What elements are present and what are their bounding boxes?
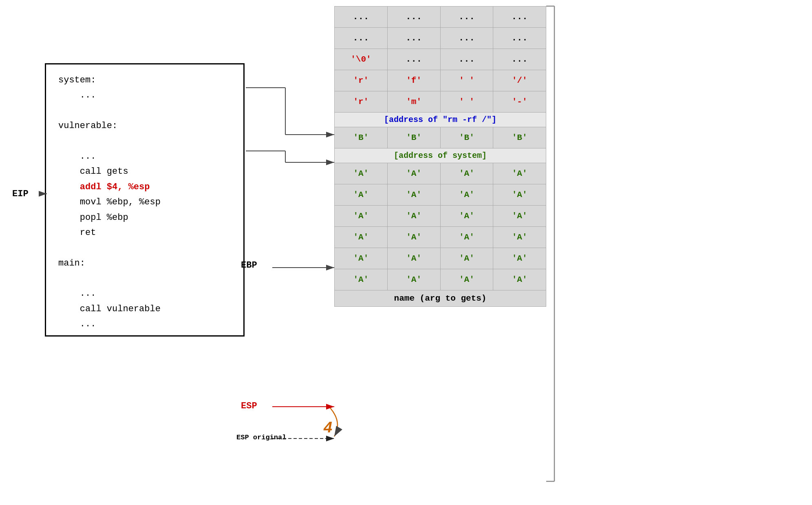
code-line-call-gets: call gets — [58, 164, 231, 179]
esp-original-label: ESP original — [236, 434, 286, 441]
stack-cell: 'A' — [335, 227, 388, 248]
stack-cell: ... — [335, 28, 388, 49]
table-row: 'A' 'A' 'A' 'A' — [335, 269, 546, 290]
code-line-addl: addl $4, %esp — [58, 179, 231, 195]
table-row: 'A' 'A' 'A' 'A' — [335, 184, 546, 206]
esp-4-label: 4 — [323, 419, 333, 437]
table-row: 'A' 'A' 'A' 'A' — [335, 227, 546, 248]
stack-cell: ... — [387, 7, 440, 28]
table-row: ... ... ... ... — [335, 7, 546, 28]
stack-cell: 'A' — [493, 206, 546, 227]
stack-cell: 'A' — [335, 248, 388, 269]
table-row: 'A' 'A' 'A' 'A' — [335, 248, 546, 269]
stack-table: ... ... ... ... ... ... ... ... '\0' ...… — [334, 6, 546, 307]
code-line-dots3: ... — [58, 286, 231, 301]
stack-cell: 'A' — [493, 227, 546, 248]
eip-label: EIP — [12, 189, 29, 199]
stack-cell: 'r' — [335, 91, 388, 113]
stack-container: ... ... ... ... ... ... ... ... '\0' ...… — [334, 6, 546, 307]
stack-cell: ... — [440, 28, 493, 49]
address-system-label: [address of system] — [335, 148, 546, 163]
stack-cell: 'A' — [387, 227, 440, 248]
code-line-call-vulnerable: call vulnerable — [58, 301, 231, 317]
code-line-system: system: — [58, 73, 231, 88]
stack-cell: ' ' — [440, 70, 493, 91]
table-row: ... ... ... ... — [335, 28, 546, 49]
code-line-movl: movl %ebp, %esp — [58, 195, 231, 210]
table-row: 'A' 'A' 'A' 'A' — [335, 163, 546, 184]
stack-cell: 'A' — [440, 227, 493, 248]
stack-cell: 'B' — [440, 127, 493, 148]
stack-cell: 'A' — [440, 206, 493, 227]
stack-cell: 'A' — [440, 163, 493, 184]
esp-label: ESP — [241, 401, 257, 411]
stack-cell: 'A' — [387, 184, 440, 206]
stack-cell: ... — [493, 28, 546, 49]
table-row: 'A' 'A' 'A' 'A' — [335, 206, 546, 227]
name-label: name (arg to gets) — [335, 290, 546, 307]
code-line-dots2: ... — [58, 149, 231, 164]
code-line-popl: popl %ebp — [58, 210, 231, 225]
stack-cell: 'A' — [387, 269, 440, 290]
stack-cell: 'r' — [335, 70, 388, 91]
stack-cell: 'A' — [387, 206, 440, 227]
stack-cell: ... — [440, 7, 493, 28]
stack-cell: 'f' — [387, 70, 440, 91]
stack-cell: 'A' — [493, 163, 546, 184]
stack-cell: 'A' — [335, 206, 388, 227]
code-line-main: main: — [58, 256, 231, 271]
stack-cell: ... — [440, 49, 493, 70]
stack-cell: 'A' — [493, 269, 546, 290]
stack-cell: 'm' — [387, 91, 440, 113]
stack-cell: 'A' — [440, 248, 493, 269]
name-row: name (arg to gets) — [335, 290, 546, 307]
stack-cell: 'A' — [493, 184, 546, 206]
ebp-label: EBP — [241, 260, 257, 270]
stack-cell: 'A' — [387, 248, 440, 269]
stack-cell: ... — [335, 7, 388, 28]
stack-cell: ... — [493, 7, 546, 28]
table-row: '\0' ... ... ... — [335, 49, 546, 70]
stack-cell: ... — [493, 49, 546, 70]
stack-cell: ' ' — [440, 91, 493, 113]
stack-cell: 'B' — [493, 127, 546, 148]
table-row: 'r' 'f' ' ' '/' — [335, 70, 546, 91]
stack-cell: 'B' — [387, 127, 440, 148]
stack-cell: '\0' — [335, 49, 388, 70]
stack-cell: '-' — [493, 91, 546, 113]
stack-cell: 'A' — [335, 269, 388, 290]
code-line-dots4: ... — [58, 317, 231, 332]
stack-cell: ... — [387, 49, 440, 70]
stack-cell: 'A' — [335, 184, 388, 206]
code-line-vulnerable: vulnerable: — [58, 118, 231, 133]
code-line-ret: ret — [58, 225, 231, 240]
address-system-label-row: [address of system] — [335, 148, 546, 163]
address-rm-label-row: [address of "rm -rf /"] — [335, 113, 546, 127]
stack-cell: 'A' — [440, 269, 493, 290]
stack-cell: 'A' — [387, 163, 440, 184]
code-line-dots1: ... — [58, 88, 231, 103]
stack-cell: '/' — [493, 70, 546, 91]
stack-cell: 'A' — [440, 184, 493, 206]
stack-cell: 'A' — [493, 248, 546, 269]
stack-cell: ... — [387, 28, 440, 49]
stack-cell: 'A' — [335, 163, 388, 184]
table-row: 'B' 'B' 'B' 'B' — [335, 127, 546, 148]
address-rm-label: [address of "rm -rf /"] — [335, 113, 546, 127]
table-row: 'r' 'm' ' ' '-' — [335, 91, 546, 113]
stack-cell: 'B' — [335, 127, 388, 148]
code-box: system: ... vulnerable: ... call gets ad… — [45, 63, 245, 337]
